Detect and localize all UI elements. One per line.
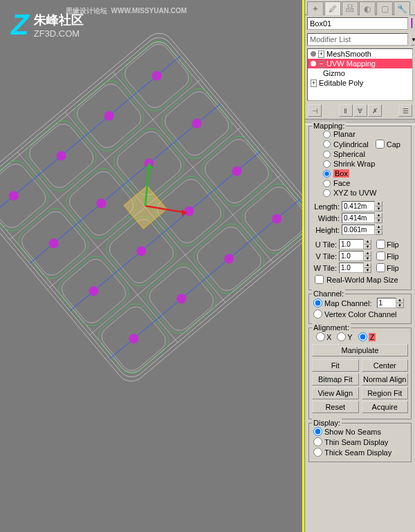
svg-point-57 <box>127 332 140 345</box>
stack-uvw-mapping[interactable]: −UVW Mapping <box>308 59 412 68</box>
object-name-input[interactable] <box>307 17 408 30</box>
alignment-legend: Alignment: <box>312 323 351 332</box>
svg-point-50 <box>95 197 109 211</box>
map-channel-radio[interactable] <box>313 298 322 307</box>
vflip-checkbox[interactable] <box>376 251 385 260</box>
manipulate-button[interactable]: Manipulate <box>312 344 408 357</box>
align-x-radio[interactable] <box>316 332 325 341</box>
map-channel-input[interactable] <box>377 298 396 308</box>
utile-input[interactable] <box>339 239 364 249</box>
thick-seam-radio[interactable] <box>313 448 322 457</box>
wtile-input[interactable] <box>339 263 364 273</box>
svg-rect-3 <box>0 156 54 236</box>
vertex-color-radio[interactable] <box>313 310 322 319</box>
modify-tab[interactable]: 🖉 <box>324 1 341 15</box>
remove-modifier-button[interactable]: ✗ <box>368 104 382 117</box>
height-down[interactable]: ▼ <box>375 230 382 236</box>
svg-point-48 <box>150 69 164 83</box>
reset-button[interactable]: Reset <box>312 401 359 413</box>
svg-point-49 <box>47 236 61 250</box>
length-input[interactable] <box>342 201 375 211</box>
utilities-tab[interactable]: 🔧 <box>394 1 410 15</box>
make-unique-button[interactable]: ∀ <box>353 104 367 117</box>
svg-line-42 <box>30 104 221 263</box>
modifier-stack[interactable]: +MeshSmooth −UVW Mapping Gizmo +Editable… <box>307 48 413 101</box>
display-group: Display: Show No Seams Thin Seam Display… <box>308 423 412 462</box>
box-radio[interactable] <box>323 170 331 178</box>
align-y-radio[interactable] <box>337 332 346 341</box>
svg-point-47 <box>102 109 116 123</box>
height-input[interactable] <box>342 225 375 235</box>
alignment-group: Alignment: X Y Z Manipulate FitCenter Bi… <box>308 327 412 419</box>
svg-point-45 <box>7 189 21 202</box>
command-panel-tabs: ✦ 🖉 品 ◐ ▢ 🔧 <box>305 0 415 15</box>
shrink-wrap-radio[interactable] <box>323 160 331 168</box>
svg-line-40 <box>113 72 273 263</box>
vtile-input[interactable] <box>339 251 364 261</box>
bitmap-fit-button[interactable]: Bitmap Fit <box>312 373 359 386</box>
display-tab[interactable]: ▢ <box>376 1 393 15</box>
svg-point-53 <box>87 284 101 298</box>
display-legend: Display: <box>312 419 342 427</box>
uflip-checkbox[interactable] <box>376 240 385 249</box>
wireframe-mesh <box>0 0 304 415</box>
width-input[interactable] <box>342 213 375 223</box>
viewport-3d[interactable]: 思缘设计论坛WWW.MISSYUAN.COM Z 朱峰社区ZF3D.COM <box>0 0 304 532</box>
svg-point-54 <box>135 245 149 258</box>
create-tab[interactable]: ✦ <box>307 1 324 15</box>
svg-point-46 <box>55 149 68 163</box>
object-color-swatch[interactable] <box>410 17 413 28</box>
length-down[interactable]: ▼ <box>375 207 382 212</box>
stack-meshsmooth[interactable]: +MeshSmooth <box>308 49 412 59</box>
fit-button[interactable]: Fit <box>312 359 359 372</box>
svg-rect-61 <box>124 186 167 229</box>
spherical-radio[interactable] <box>323 151 331 158</box>
region-fit-button[interactable]: Region Fit <box>362 387 409 399</box>
configure-sets-button[interactable]: ☰ <box>398 104 412 117</box>
modifier-list-arrow[interactable]: ▼ <box>410 33 415 46</box>
width-down[interactable]: ▼ <box>375 218 382 224</box>
mapping-group: Mapping: Planar CylindricalCap Spherical… <box>308 126 412 290</box>
pin-stack-button[interactable]: ⊣ <box>308 104 322 117</box>
view-align-button[interactable]: View Align <box>312 387 359 399</box>
command-panel: ✦ 🖉 品 ◐ ▢ 🔧 ▼ +MeshSmooth −UVW Mapping G… <box>304 0 415 532</box>
planar-radio[interactable] <box>323 131 331 138</box>
hierarchy-tab[interactable]: 品 <box>342 1 358 15</box>
modifier-list-dropdown[interactable] <box>307 33 408 46</box>
no-seams-radio[interactable] <box>313 427 322 436</box>
xyz-uvw-radio[interactable] <box>323 189 331 197</box>
svg-point-60 <box>270 212 284 226</box>
align-z-radio[interactable] <box>358 332 367 341</box>
acquire-button[interactable]: Acquire <box>362 401 409 413</box>
cap-checkbox[interactable] <box>376 140 385 149</box>
svg-point-52 <box>190 117 204 131</box>
channel-legend: Channel: <box>312 289 345 298</box>
svg-point-59 <box>222 252 236 266</box>
svg-point-56 <box>230 164 243 178</box>
svg-line-41 <box>0 56 181 216</box>
svg-point-58 <box>174 292 188 305</box>
normal-align-button[interactable]: Normal Align <box>362 373 409 386</box>
mapping-legend: Mapping: <box>312 122 346 130</box>
svg-line-38 <box>17 152 177 343</box>
thin-seam-radio[interactable] <box>313 437 322 446</box>
svg-line-43 <box>70 151 261 311</box>
channel-group: Channel: Map Channel:▲▼ Vertex Color Cha… <box>308 294 412 324</box>
stack-editable-poly[interactable]: +Editable Poly <box>308 78 412 88</box>
realworld-checkbox[interactable] <box>315 275 324 284</box>
height-up[interactable]: ▲ <box>375 225 382 230</box>
width-up[interactable]: ▲ <box>375 213 382 218</box>
motion-tab[interactable]: ◐ <box>359 1 376 15</box>
svg-rect-19 <box>0 160 50 231</box>
site-logo: Z 朱峰社区ZF3D.COM <box>11 8 84 41</box>
wflip-checkbox[interactable] <box>376 263 385 272</box>
show-end-result-button[interactable]: Ⅱ <box>339 104 353 117</box>
length-up[interactable]: ▲ <box>375 201 382 207</box>
center-button[interactable]: Center <box>362 359 409 372</box>
cylindrical-radio[interactable] <box>323 140 331 148</box>
stack-gizmo[interactable]: Gizmo <box>308 68 412 78</box>
face-radio[interactable] <box>323 180 331 187</box>
